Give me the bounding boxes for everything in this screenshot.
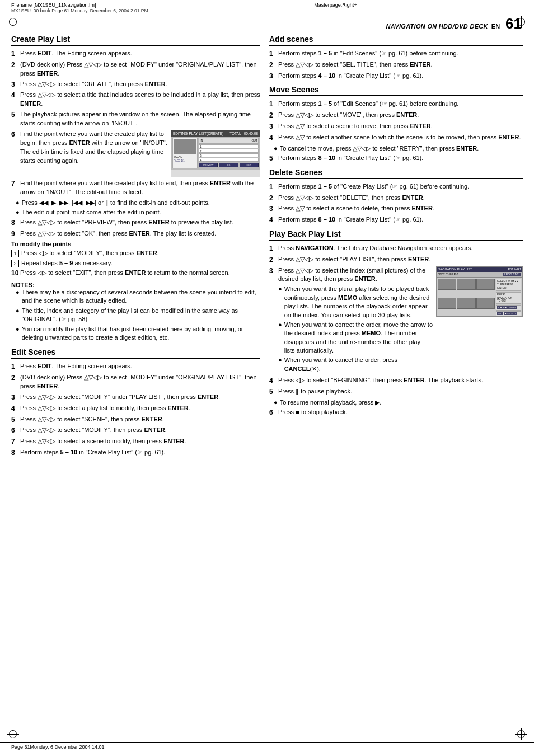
edit-step-8: 8 Perform steps 5 – 10 in "Create Play L…: [11, 448, 260, 458]
screen-mockup-create: EDITING-PLAY LIST(CREATE) TOTAL 00:40:08…: [171, 130, 260, 177]
section-create-play-list: Create Play List 1 Press EDIT. The Editi…: [11, 35, 260, 342]
note-1: ● There may be a discrepancy of several …: [11, 288, 260, 306]
create-play-list-title: Create Play List: [11, 35, 260, 46]
filename-label: Filename [MX1SEU_11Navigation.fm]: [11, 2, 148, 8]
corner-mark-tr: [515, 16, 527, 28]
add-scenes-title: Add scenes: [269, 35, 523, 46]
pb-step-3-bullet2: ● When you want to correct the order, mo…: [278, 321, 433, 355]
notes-label: NOTES:: [11, 281, 260, 288]
section-play-back: Play Back Play List 1 Press NAVIGATION. …: [269, 229, 523, 417]
edit-step-1: 1 Press EDIT. The Editing screen appears…: [11, 362, 260, 372]
add-step-1: 1 Perform steps 1 – 5 in "Edit Scenes" (…: [269, 49, 523, 59]
step-5-create: 5 The playback pictures appear in the wi…: [11, 110, 260, 128]
note-2: ● The title, index and category of the p…: [11, 307, 260, 324]
pb-step-2: 2 Press △▽◁▷ to select "PLAY LIST", then…: [269, 255, 523, 265]
page-footer: Page 61Monday, 6 December 2004 14:01: [0, 742, 534, 752]
step-7-create: 7 Find the point where you want the crea…: [11, 179, 260, 197]
move-step-5: 5 Perform steps 8 – 10 in "Create Play L…: [269, 154, 523, 163]
step-7-bullet2: ● The edit-out point must come after the…: [11, 208, 260, 217]
right-column: Add scenes 1 Perform steps 1 – 5 in "Edi…: [269, 35, 523, 459]
move-step-4: 4 Press △▽ to select another scene to wh…: [269, 133, 523, 143]
delete-scenes-title: Delete Scenes: [269, 168, 523, 179]
edit-step-4: 4 Press △▽◁▷ to select a play list to mo…: [11, 404, 260, 414]
section-edit-scenes: Edit Scenes 1 Press EDIT. The Editing sc…: [11, 348, 260, 457]
pb-step-3-bullet3: ● When you want to cancel the order, pre…: [278, 356, 433, 373]
move-step-3: 3 Press △▽ to select a scene to move, th…: [269, 122, 523, 132]
del-step-4: 4 Perform steps 8 – 10 in "Create Play L…: [269, 215, 523, 225]
add-step-2: 2 Press △▽◁▷ to select "SEL. TITLE", the…: [269, 60, 523, 70]
del-step-2: 2 Press △▽◁▷ to select "DELETE", then pr…: [269, 194, 523, 203]
en-label: EN: [491, 23, 500, 30]
sub-step-2: 2 Repeat steps 5 – 9 as necessary.: [11, 259, 260, 267]
del-step-1: 1 Perform steps 1 – 5 of "Create Play Li…: [269, 182, 523, 192]
section-move-scenes: Move Scenes 1 Perform steps 1 – 5 of "Ed…: [269, 85, 523, 163]
step-1-create: 1 Press EDIT. The Editing screen appears…: [11, 49, 260, 59]
edit-step-3: 3 Press △▽◁▷ to select "MODIFY" under "P…: [11, 393, 260, 402]
step-9-create: 9 Press △▽◁▷ to select "OK", then press …: [11, 229, 260, 239]
pb-step-5: 5 Press ‖ to pause playback.: [269, 387, 523, 397]
step-7-bullet1: ● Press ◀◀, ▶, ▶▶, |◀◀, ▶▶| or ‖ to find…: [11, 199, 260, 207]
edit-step-2: 2 (DVD deck only) Press △▽◁▷ to select "…: [11, 373, 260, 391]
step-6-create: 6 Find the point where you want the crea…: [11, 130, 260, 177]
header-left: Filename [MX1SEU_11Navigation.fm] MX1SEU…: [11, 2, 148, 13]
step-8-create: 8 Press △▽◁▷ to select "PREVIEW", then p…: [11, 218, 260, 228]
add-step-3: 3 Perform steps 4 – 10 in "Create Play L…: [269, 72, 523, 81]
step-4-create: 4 Press △▽◁▷ to select a title that incl…: [11, 91, 260, 109]
notes-section: NOTES: ● There may be a discrepancy of s…: [11, 281, 260, 342]
step-2-create: 2 (DVD deck only) Press △▽◁▷ to select "…: [11, 60, 260, 78]
modify-points-title: To modify the points: [11, 241, 260, 247]
corner-mark-tl: [7, 16, 19, 28]
pb-step-4: 4 Press ◁▷ to select "BEGINNING", then p…: [269, 376, 523, 386]
footer-text: Page 61Monday, 6 December 2004 14:01: [11, 744, 104, 750]
pb-step-1: 1 Press NAVIGATION. The Library Database…: [269, 244, 523, 253]
note-3: ● You can modify the play list that has …: [11, 325, 260, 342]
section-add-scenes: Add scenes 1 Perform steps 1 – 5 in "Edi…: [269, 35, 523, 81]
edit-step-5: 5 Press △▽◁▷ to select "SCENE", then pre…: [11, 415, 260, 425]
step-10-create: 10 Press ◁▷ to select "EXIT", then press…: [11, 269, 260, 278]
edit-scenes-title: Edit Scenes: [11, 348, 260, 359]
nav-title: NAVIGATION ON HDD/DVD DECK: [386, 23, 488, 30]
left-column: Create Play List 1 Press EDIT. The Editi…: [11, 35, 260, 459]
corner-mark-br: [515, 728, 527, 740]
del-step-3: 3 Press △▽ to select a scene to delete, …: [269, 204, 523, 214]
move-scenes-title: Move Scenes: [269, 85, 523, 96]
masterpage-label: Masterpage:Right+: [314, 2, 357, 8]
pb-step-3-bullet1: ● When you want the plural play lists to…: [278, 285, 433, 320]
edit-step-6: 6 Press △▽◁▷ to select "MODIFY", then pr…: [11, 426, 260, 435]
edit-step-7: 7 Press △▽◁▷ to select a scene to modify…: [11, 437, 260, 447]
corner-mark-bl: [7, 728, 19, 740]
nav-title-area: NAVIGATION ON HDD/DVD DECK EN 61: [386, 16, 522, 31]
section-delete-scenes: Delete Scenes 1 Perform steps 1 – 5 of "…: [269, 168, 523, 225]
pb-step-6: 6 Press ■ to stop playback.: [269, 408, 523, 417]
play-back-title: Play Back Play List: [269, 229, 523, 241]
pb-step-3: 3 Press △▽◁▷ to select the index (small …: [269, 266, 523, 375]
step-3-create: 3 Press △▽◁▷ to select "CREATE", then pr…: [11, 80, 260, 90]
move-step-1: 1 Perform steps 1 – 5 of "Edit Scenes" (…: [269, 100, 523, 109]
main-content: Create Play List 1 Press EDIT. The Editi…: [0, 35, 534, 459]
move-step-2: 2 Press △▽◁▷ to select "MOVE", then pres…: [269, 111, 523, 120]
subheader-line: MX1SEU_00.book Page 61 Monday, December …: [11, 8, 148, 13]
nav-screen-mockup: NAVIGATION:PLAY LIST P01 WR1 50/07 01-P0…: [436, 266, 523, 317]
sub-step-1: 1 Press ◁▷ to select "MODIFY", then pres…: [11, 249, 260, 257]
pb-step-5-bullet: ● To resume normal playback, press ▶.: [269, 398, 523, 407]
page-header: Filename [MX1SEU_11Navigation.fm] MX1SEU…: [0, 0, 534, 15]
move-step-4-bullet: ● To cancel the move, press △▽◁▷ to sele…: [269, 144, 523, 153]
